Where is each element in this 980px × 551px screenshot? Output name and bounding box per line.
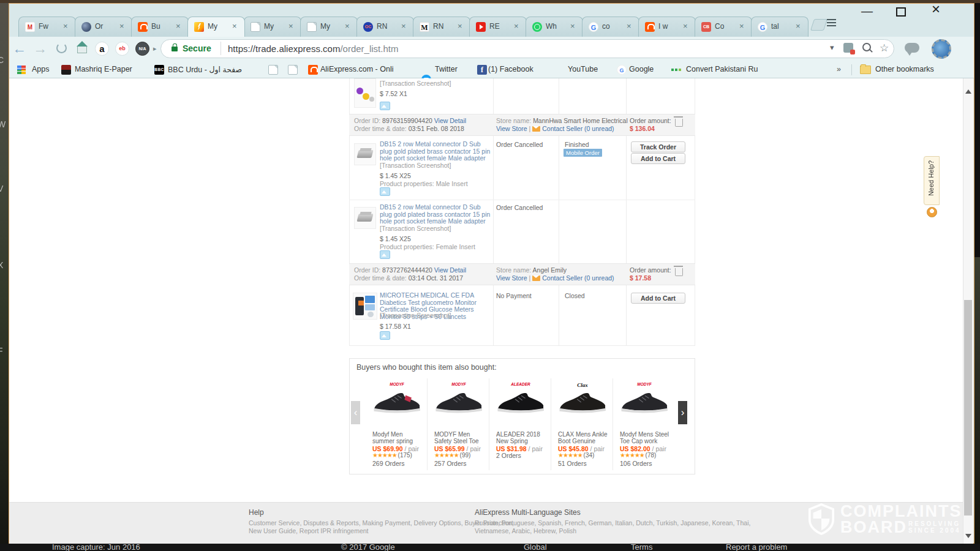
recommended-product-card[interactable]: MODYF Modyf Men summer spring steel toe … (368, 378, 426, 471)
chat-bubble-icon[interactable] (905, 43, 919, 53)
product-title-link[interactable]: Modyf Men summer spring steel toe ... (372, 431, 424, 444)
close-tab-icon[interactable]: × (63, 21, 68, 31)
product-title-link[interactable]: Modyf Mens Steel Toe Cap work Safe... (620, 431, 671, 444)
recommended-product-card[interactable]: Clax CLAX Mens Ankle Boot Genuine Leath.… (553, 378, 612, 471)
close-tab-icon[interactable]: × (232, 21, 237, 31)
contact-seller-link[interactable]: Contact Seller (0 unread) (542, 125, 614, 132)
view-detail-link[interactable]: View Detail (434, 117, 466, 124)
tab-complaintsboard[interactable]: CB Co × (695, 17, 752, 37)
bookmark-apps[interactable]: Apps (32, 65, 50, 73)
footer-help-links[interactable]: New User Guide, Report IPR infringement (249, 527, 369, 535)
url-dropdown-caret-icon[interactable]: ▾ (830, 43, 834, 52)
product-title-link[interactable]: ALEADER 2018 New Spring Men&#39;s ... (496, 431, 548, 444)
product-title-link[interactable]: CLAX Mens Ankle Boot Genuine Leath... (558, 431, 609, 444)
recommended-product-card[interactable]: MODYF Modyf Mens Steel Toe Cap work Safe… (615, 378, 674, 471)
home-button[interactable] (77, 42, 88, 53)
close-tab-icon[interactable]: × (683, 21, 688, 31)
tab-youtube[interactable]: RE × (469, 17, 527, 37)
contact-seller-link[interactable]: Contact Seller (0 unread) (542, 274, 614, 282)
footer-lang-links[interactable]: Russian, Portuguese, Spanish, French, Ge… (475, 519, 750, 527)
recommended-product-card[interactable]: MODYF MODYF Men Safety Steel Toe Work Sh… (429, 378, 488, 471)
bookmark-google[interactable]: Google (629, 65, 654, 73)
bookmark-facebook[interactable]: (1) Facebook (488, 65, 533, 73)
need-help-tab[interactable]: Need Help? (924, 156, 940, 205)
track-order-button[interactable]: Track Order (631, 141, 685, 152)
bookmarks-overflow-chevron[interactable]: » (837, 65, 841, 73)
view-store-link[interactable]: View Store (496, 274, 527, 282)
close-tab-icon[interactable]: × (627, 21, 631, 31)
tab-aliexpress-bu[interactable]: Bu × (131, 17, 189, 37)
close-tab-icon[interactable]: × (796, 21, 801, 31)
close-window-button[interactable]: × (932, 2, 940, 16)
close-tab-icon[interactable]: × (176, 21, 181, 31)
carousel-next-button[interactable]: › (678, 401, 687, 424)
view-store-link[interactable]: View Store (496, 125, 527, 132)
scrollbar-thumb[interactable] (964, 300, 972, 515)
na-badge-icon[interactable]: N/A (135, 42, 149, 56)
screenshot-image-icon[interactable] (380, 331, 390, 340)
url-text[interactable]: https://trade.aliexpress.com/order_list.… (228, 43, 398, 54)
apps-grid-icon[interactable] (17, 66, 26, 74)
terms-link[interactable]: Terms (631, 542, 652, 551)
close-tab-icon[interactable]: × (288, 21, 293, 31)
tab-whatsapp[interactable]: Wh × (526, 17, 583, 37)
tab-google-co[interactable]: G co × (582, 17, 639, 37)
report-problem-link[interactable]: Report a problem (726, 542, 787, 551)
bookmark-youtube[interactable]: YouTube (568, 65, 598, 73)
back-button[interactable]: ← (12, 41, 26, 56)
close-tab-icon[interactable]: × (514, 21, 519, 31)
product-thumbnail[interactable] (354, 207, 376, 229)
amazon-bookmark-icon[interactable]: a (95, 42, 109, 56)
product-title-link[interactable]: MODYF Men Safety Steel Toe Work Sh... (434, 431, 486, 444)
recommended-product-card[interactable]: ALEADER ALEADER 2018 New Spring Men&#39;… (491, 378, 550, 471)
translate-icon[interactable] (843, 43, 853, 53)
tab-rn-oc[interactable]: OC RN × (356, 17, 414, 37)
close-tab-icon[interactable]: × (739, 21, 744, 31)
tab-my-doc[interactable]: My × (244, 17, 301, 37)
bookmark-aliexpress[interactable]: AliExpress.com - Onli (320, 65, 406, 73)
footer-lang-links[interactable]: Vietnamese, Arabic, Hebrew, Polish (475, 527, 576, 535)
bookmark-twitter[interactable]: Twitter (435, 65, 458, 73)
minimize-button[interactable]: — (861, 4, 873, 18)
view-detail-link[interactable]: View Detail (434, 266, 466, 274)
bookmark-convert-rupees[interactable]: Convert Pakistani Ru (686, 65, 773, 73)
global-link[interactable]: Global (524, 542, 547, 551)
product-thumbnail[interactable] (353, 293, 377, 320)
tab-rn-m[interactable]: M RN × (413, 17, 470, 37)
product-thumbnail[interactable] (354, 78, 376, 108)
tab-or[interactable]: Or × (75, 17, 132, 37)
add-to-cart-button[interactable]: Add to Cart (631, 293, 685, 304)
forward-button[interactable]: → (33, 41, 47, 56)
product-title-link[interactable]: DB15 2 row Metal connector D Sub plug go… (380, 141, 494, 162)
zoom-search-icon[interactable] (862, 43, 871, 51)
product-thumbnail[interactable] (354, 143, 376, 165)
tab-aliexpress-iw[interactable]: I w × (638, 17, 696, 37)
bookmark-mashriq[interactable]: Mashriq E-Paper (75, 65, 132, 73)
tab-list-icon[interactable] (827, 19, 836, 28)
ebay-bookmark-icon[interactable]: eb (115, 42, 129, 56)
maximize-button[interactable] (896, 7, 906, 17)
document-bookmark-icon[interactable] (268, 65, 278, 75)
document-bookmark-icon[interactable] (288, 65, 298, 75)
add-to-cart-button[interactable]: Add to Cart (631, 153, 685, 164)
product-title-link[interactable]: DB15 2 row Metal connector D Sub plug go… (380, 204, 494, 225)
tab-gmail[interactable]: M Fw × (18, 17, 76, 37)
tab-my-doc2[interactable]: My × (300, 17, 358, 37)
other-bookmarks[interactable]: Other bookmarks (875, 65, 934, 73)
tab-my-orders-active[interactable]: My × (187, 17, 245, 37)
close-tab-icon[interactable]: × (345, 21, 350, 31)
delete-order-icon[interactable] (675, 119, 683, 127)
close-tab-icon[interactable]: × (570, 21, 575, 31)
screenshot-image-icon[interactable] (380, 187, 390, 196)
screenshot-image-icon[interactable] (380, 102, 390, 110)
scrollbar-down-arrow[interactable] (965, 534, 971, 538)
scrollbar-up-arrow[interactable] (965, 89, 971, 94)
tab-google-tal[interactable]: G tal × (751, 17, 809, 37)
bookmark-star-icon[interactable]: ☆ (880, 42, 889, 54)
reload-button[interactable] (56, 43, 67, 53)
delete-order-icon[interactable] (675, 268, 683, 276)
close-tab-icon[interactable]: × (119, 21, 124, 31)
carousel-prev-button[interactable]: ‹ (351, 401, 360, 424)
settings-globe-icon[interactable] (932, 39, 951, 59)
close-tab-icon[interactable]: × (401, 21, 406, 31)
